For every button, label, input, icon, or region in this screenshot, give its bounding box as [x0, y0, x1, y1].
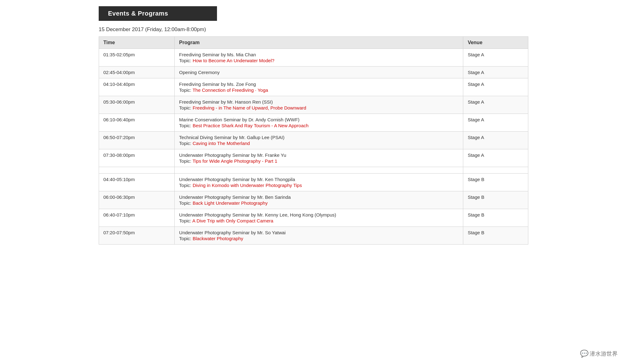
program-title: Underwater Photography Seminar by Mr. Be…	[179, 194, 459, 200]
program-topic: Topic: Diving in Komodo with Underwater …	[179, 183, 459, 188]
program-cell: Opening Ceremony	[175, 67, 463, 78]
program-cell: Underwater Photography Seminar by Mr. So…	[175, 227, 463, 245]
topic-link[interactable]: Back Light Underwater Photography	[193, 200, 268, 206]
title-bar: Events & Programs	[99, 6, 217, 21]
table-row: 01:35-02:05pmFreediving Seminar by Ms. M…	[99, 49, 528, 67]
table-header-row: Time Program Venue	[99, 37, 528, 49]
program-cell: Freediving Seminar by Ms. Zoe FongTopic:…	[175, 78, 463, 96]
program-topic: Topic: Tips for Wide Angle Photography -…	[179, 158, 459, 164]
program-cell: Underwater Photography Seminar by Mr. Ke…	[175, 174, 463, 191]
time-cell: 06:10-06:40pm	[99, 114, 175, 132]
program-title: Underwater Photography Seminar by Mr. Fr…	[179, 152, 459, 158]
program-topic: Topic: Blackwater Photography	[179, 236, 459, 241]
venue-cell: Stage A	[463, 78, 528, 96]
table-row	[99, 167, 528, 174]
topic-link[interactable]: A Dive Trip with Only Compact Camera	[192, 218, 273, 223]
program-title: Underwater Photography Seminar by Mr. Ke…	[179, 212, 459, 217]
col-header-program: Program	[175, 37, 463, 49]
table-row: 06:10-06:40pmMarine Conservation Seminar…	[99, 114, 528, 132]
program-title: Opening Ceremony	[179, 70, 459, 75]
venue-cell: Stage B	[463, 191, 528, 209]
time-cell: 01:35-02:05pm	[99, 49, 175, 67]
table-row: 06:40-07:10pmUnderwater Photography Semi…	[99, 209, 528, 227]
program-cell: Underwater Photography Seminar by Mr. Fr…	[175, 149, 463, 167]
table-row: 04:10-04:40pmFreediving Seminar by Ms. Z…	[99, 78, 528, 96]
topic-link[interactable]: Caving into The Motherland	[193, 141, 250, 146]
table-row: 06:50-07:20pmTechnical Diving Seminar by…	[99, 132, 528, 149]
venue-cell: Stage A	[463, 114, 528, 132]
venue-cell: Stage A	[463, 149, 528, 167]
program-title: Freediving Seminar by Ms. Mia Chan	[179, 52, 459, 57]
program-topic: Topic: Caving into The Motherland	[179, 141, 459, 146]
table-row: 07:30-08:00pmUnderwater Photography Semi…	[99, 149, 528, 167]
program-title: Underwater Photography Seminar by Mr. Ke…	[179, 177, 459, 182]
time-cell: 04:10-04:40pm	[99, 78, 175, 96]
topic-link[interactable]: Tips for Wide Angle Photography - Part 1	[192, 158, 277, 164]
program-cell: Underwater Photography Seminar by Mr. Ke…	[175, 209, 463, 227]
program-topic: Topic: Freediving - in The Name of Upwar…	[179, 105, 459, 110]
program-topic: Topic: A Dive Trip with Only Compact Cam…	[179, 218, 459, 223]
program-cell: Freediving Seminar by Mr. Hanson Ren (SS…	[175, 96, 463, 114]
topic-link[interactable]: Diving in Komodo with Underwater Photogr…	[193, 183, 302, 188]
table-row: 02:45-04:00pmOpening CeremonyStage A	[99, 67, 528, 78]
program-topic: Topic: Back Light Underwater Photography	[179, 200, 459, 206]
date-header: 15 December 2017 (Friday, 12:00am-8:00pm…	[99, 26, 528, 33]
program-title: Underwater Photography Seminar by Mr. So…	[179, 230, 459, 235]
venue-cell: Stage A	[463, 132, 528, 149]
events-table: Time Program Venue 01:35-02:05pmFreedivi…	[99, 36, 528, 245]
program-cell: Technical Diving Seminar by Mr. Gallup L…	[175, 132, 463, 149]
topic-link[interactable]: Freediving - in The Name of Upward, Prob…	[193, 105, 306, 110]
table-row: 06:00-06:30pmUnderwater Photography Semi…	[99, 191, 528, 209]
venue-cell: Stage B	[463, 227, 528, 245]
program-cell: Underwater Photography Seminar by Mr. Be…	[175, 191, 463, 209]
venue-cell: Stage B	[463, 209, 528, 227]
venue-cell: Stage A	[463, 49, 528, 67]
time-cell: 07:30-08:00pm	[99, 149, 175, 167]
time-cell: 02:45-04:00pm	[99, 67, 175, 78]
topic-link[interactable]: Blackwater Photography	[193, 236, 243, 241]
page-title: Events & Programs	[108, 10, 208, 17]
time-cell: 06:50-07:20pm	[99, 132, 175, 149]
table-row: 04:40-05:10pmUnderwater Photography Semi…	[99, 174, 528, 191]
time-cell: 06:40-07:10pm	[99, 209, 175, 227]
time-cell: 05:30-06:00pm	[99, 96, 175, 114]
topic-link[interactable]: How to Become An Underwater Model?	[193, 58, 275, 63]
time-cell: 04:40-05:10pm	[99, 174, 175, 191]
page-container: Events & Programs 15 December 2017 (Frid…	[96, 6, 531, 245]
program-topic: Topic: How to Become An Underwater Model…	[179, 58, 459, 63]
program-title: Marine Conservation Seminar by Dr. Andy …	[179, 117, 459, 122]
topic-link[interactable]: The Connection of Freediving · Yoga	[192, 87, 268, 93]
program-title: Freediving Seminar by Ms. Zoe Fong	[179, 82, 459, 87]
venue-cell: Stage A	[463, 96, 528, 114]
time-cell: 07:20-07:50pm	[99, 227, 175, 245]
col-header-time: Time	[99, 37, 175, 49]
venue-cell: Stage A	[463, 67, 528, 78]
program-title: Technical Diving Seminar by Mr. Gallup L…	[179, 135, 459, 140]
venue-cell: Stage B	[463, 174, 528, 191]
program-cell: Marine Conservation Seminar by Dr. Andy …	[175, 114, 463, 132]
program-topic: Topic: Best Practice Shark And Ray Touri…	[179, 123, 459, 128]
table-row: 07:20-07:50pmUnderwater Photography Semi…	[99, 227, 528, 245]
program-title: Freediving Seminar by Mr. Hanson Ren (SS…	[179, 99, 459, 105]
table-row: 05:30-06:00pmFreediving Seminar by Mr. H…	[99, 96, 528, 114]
time-cell: 06:00-06:30pm	[99, 191, 175, 209]
program-cell: Freediving Seminar by Ms. Mia ChanTopic:…	[175, 49, 463, 67]
col-header-venue: Venue	[463, 37, 528, 49]
topic-link[interactable]: Best Practice Shark And Ray Tourism - A …	[193, 123, 309, 128]
program-topic: Topic: The Connection of Freediving · Yo…	[179, 87, 459, 93]
